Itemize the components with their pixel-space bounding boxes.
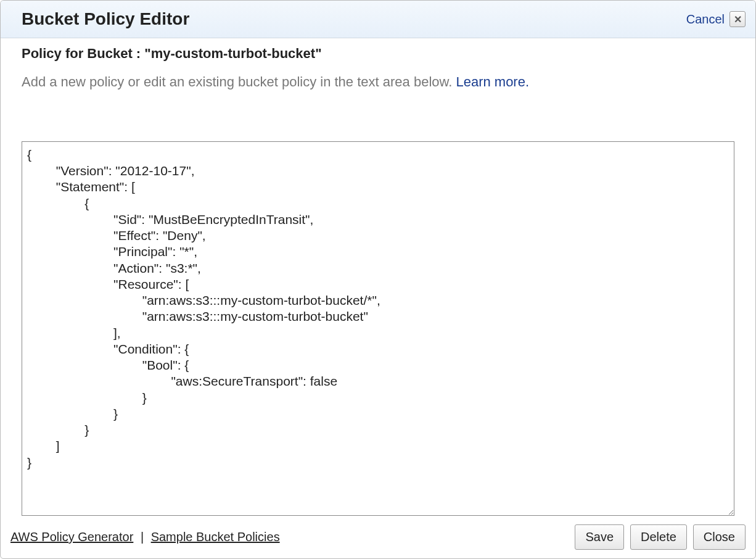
delete-button[interactable]: Delete: [630, 524, 687, 550]
cancel-link[interactable]: Cancel: [686, 12, 725, 27]
bucket-policy-editor-dialog: Bucket Policy Editor Cancel ✕ Policy for…: [0, 0, 756, 559]
dialog-header: Bucket Policy Editor Cancel ✕: [1, 1, 755, 38]
description-text: Add a new policy or edit an existing buc…: [22, 73, 734, 92]
dialog-body: Policy for Bucket : "my-custom-turbot-bu…: [1, 38, 755, 516]
close-button[interactable]: Close: [693, 524, 746, 550]
dialog-footer: AWS Policy Generator | Sample Bucket Pol…: [1, 516, 755, 558]
policy-for-label: Policy for Bucket : "my-custom-turbot-bu…: [22, 46, 734, 62]
close-icon: ✕: [734, 14, 742, 25]
footer-links: AWS Policy Generator | Sample Bucket Pol…: [10, 530, 280, 544]
policy-textarea[interactable]: [22, 141, 734, 516]
dialog-title: Bucket Policy Editor: [22, 9, 189, 29]
header-actions: Cancel ✕: [686, 11, 746, 27]
footer-buttons: Save Delete Close: [575, 524, 746, 550]
footer-separator: |: [137, 530, 147, 544]
learn-more-link[interactable]: Learn more.: [456, 74, 529, 89]
description-label: Add a new policy or edit an existing buc…: [22, 74, 456, 89]
save-button[interactable]: Save: [575, 524, 624, 550]
close-x-button[interactable]: ✕: [729, 11, 746, 27]
aws-policy-generator-link[interactable]: AWS Policy Generator: [10, 530, 133, 544]
sample-bucket-policies-link[interactable]: Sample Bucket Policies: [151, 530, 280, 544]
